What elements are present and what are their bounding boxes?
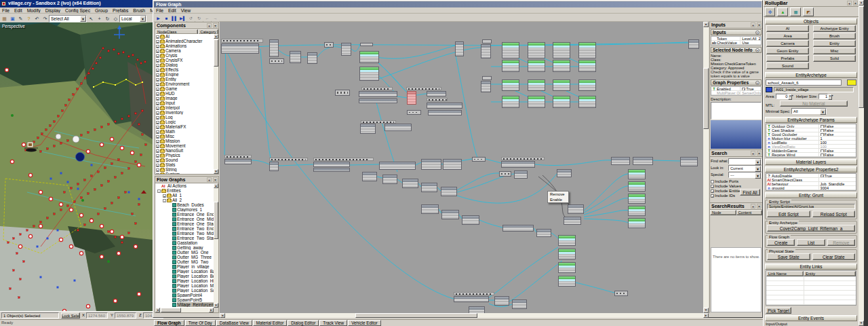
- play-icon[interactable]: ▶: [155, 14, 162, 22]
- graph-node[interactable]: [688, 39, 699, 49]
- object-type-button-geom-entity[interactable]: Geom Entity: [766, 48, 809, 54]
- checkbox-icon[interactable]: [821, 153, 824, 156]
- object-type-button-area[interactable]: Area: [766, 33, 809, 39]
- column-node[interactable]: Node: [710, 210, 736, 215]
- list-button[interactable]: List: [797, 239, 825, 246]
- archetype-section-header[interactable]: EntityArchetype: [765, 72, 857, 78]
- checkbox-icon[interactable]: [821, 125, 824, 128]
- select-mode-combo[interactable]: Select All▼: [49, 15, 87, 22]
- special-combo[interactable]: ---▼: [728, 172, 762, 178]
- coord-space-combo[interactable]: Local▼: [119, 15, 146, 22]
- tree-item[interactable]: Player_Location_Beach: [155, 274, 214, 278]
- clear-state-button[interactable]: Clear State: [812, 253, 856, 260]
- graph-node[interactable]: [421, 183, 437, 192]
- graph-node[interactable]: [324, 42, 334, 48]
- graph-node[interactable]: [528, 96, 545, 108]
- tree-item[interactable]: AIAI Actions: [155, 183, 214, 188]
- lock-selection-button[interactable]: Lock Selection: [61, 312, 80, 319]
- graph-node[interactable]: [482, 76, 492, 80]
- pick-target-button[interactable]: Pick Target: [766, 307, 791, 314]
- component-item[interactable]: +Entity: [155, 77, 214, 82]
- editor-tab-vehicle-editor[interactable]: Vehicle Editor: [348, 320, 381, 326]
- entity-grunt-header[interactable]: Entity: Grunt: [765, 192, 857, 198]
- component-item[interactable]: +MaterialFX: [155, 124, 214, 129]
- tab-objects[interactable]: ✣: [765, 7, 775, 16]
- chevron-down-icon[interactable]: ▼: [80, 16, 86, 22]
- graph-node[interactable]: [680, 157, 698, 166]
- graph-node[interactable]: [335, 90, 350, 96]
- fg-menu-edit[interactable]: Edit: [166, 7, 179, 14]
- component-item[interactable]: +Crysis: [155, 53, 214, 58]
- component-item[interactable]: +HUD: [155, 91, 214, 96]
- scale-icon[interactable]: ◇: [112, 15, 119, 22]
- close-icon[interactable]: ×: [213, 23, 218, 28]
- menu-config-spec[interactable]: Config Spec: [63, 7, 93, 14]
- stop-icon[interactable]: ■: [163, 14, 170, 22]
- graph-node[interactable]: [499, 171, 511, 177]
- checkbox-icon[interactable]: ✓: [711, 185, 714, 188]
- editor-tab-time-of-day[interactable]: Time Of Day: [185, 320, 216, 326]
- graph-canvas[interactable]: Remove Enable: [220, 22, 703, 313]
- checkbox-icon[interactable]: ✓: [742, 88, 745, 90]
- search-check-include-values[interactable]: ✓Include Values: [711, 184, 762, 189]
- graph-node[interactable]: [402, 179, 418, 188]
- graph-node[interactable]: [502, 225, 534, 232]
- pin-icon[interactable]: +: [207, 177, 212, 182]
- graph-node[interactable]: [558, 262, 576, 273]
- graph-node[interactable]: [514, 170, 528, 179]
- description-box[interactable]: [711, 102, 762, 120]
- entity-events-header[interactable]: Entity Events: [765, 315, 857, 321]
- close-icon[interactable]: ×: [213, 177, 218, 182]
- tab-terrain[interactable]: ▲: [777, 7, 788, 16]
- graph-node[interactable]: [482, 39, 492, 43]
- tree-item[interactable]: Outter_MG_Three: [155, 255, 214, 259]
- expand-icon[interactable]: +: [156, 173, 159, 174]
- graph-node[interactable]: [502, 60, 519, 72]
- menu-group[interactable]: Group: [93, 7, 111, 14]
- graph-node[interactable]: [528, 60, 545, 72]
- component-item[interactable]: +Dialog: [155, 62, 214, 67]
- graph-node[interactable]: [379, 162, 416, 170]
- component-item[interactable]: +Game: [155, 86, 214, 91]
- component-item[interactable]: +Image: [155, 96, 214, 101]
- redo-icon[interactable]: ↷: [41, 15, 49, 22]
- component-item[interactable]: +Math: [155, 129, 214, 134]
- graph-node[interactable]: [558, 276, 576, 287]
- tree-item[interactable]: Claymores_1: [155, 207, 214, 212]
- graph-node[interactable]: [558, 249, 576, 259]
- tree-item[interactable]: Entrance_One_End: [155, 212, 214, 217]
- tree-item[interactable]: Player_Location_Back: [155, 269, 214, 274]
- graph-node[interactable]: [441, 210, 459, 219]
- graph-node[interactable]: [558, 235, 576, 246]
- graph-node[interactable]: [360, 43, 373, 46]
- tree-item[interactable]: Player_in_village: [155, 264, 214, 269]
- graph-node[interactable]: [578, 42, 596, 58]
- undo-icon[interactable]: ↺: [187, 14, 195, 22]
- graph-node[interactable]: [307, 52, 317, 64]
- graph-node[interactable]: [462, 215, 479, 225]
- remove-button[interactable]: Remove: [827, 239, 855, 246]
- flowgraph-titlebar[interactable]: Flow Graph: [154, 1, 762, 7]
- object-type-button-prefabs[interactable]: Prefabs: [766, 55, 809, 62]
- component-item[interactable]: +Environment: [155, 82, 214, 86]
- graph-node[interactable]: [428, 110, 462, 115]
- graph-node[interactable]: [407, 91, 416, 105]
- graph-node[interactable]: [614, 291, 628, 296]
- tree-item[interactable]: Entrance_Two_Start: [155, 236, 214, 240]
- objects-section-header[interactable]: Objects: [765, 18, 857, 24]
- export-icon[interactable]: ✎: [17, 15, 24, 22]
- graph-node[interactable]: [290, 51, 301, 63]
- tree-item[interactable]: Entrance_One_Middle: [155, 217, 214, 221]
- params-section-header[interactable]: EntityArchetype Params: [765, 117, 857, 123]
- save-icon[interactable]: ▣: [9, 15, 16, 22]
- tree-item[interactable]: Beach_Dudes: [155, 202, 214, 207]
- graph-property-row[interactable]: MultiPlayer OptionsServerOnly: [711, 91, 761, 95]
- chevron-down-icon[interactable]: ▼: [755, 166, 761, 172]
- graph-node[interactable]: [441, 187, 457, 196]
- graph-node[interactable]: [564, 217, 581, 225]
- graph-comment-node[interactable]: [406, 87, 441, 90]
- checkbox-icon[interactable]: [821, 133, 824, 136]
- tree-item[interactable]: Player_Location_Main: [155, 283, 214, 288]
- save-state-button[interactable]: Save State: [767, 253, 810, 260]
- flowgraphs-vscrollbar[interactable]: ▲▼: [214, 183, 218, 308]
